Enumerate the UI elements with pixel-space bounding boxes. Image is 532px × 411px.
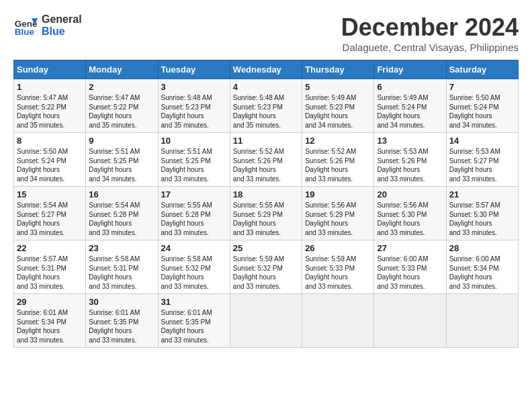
cell-content: Sunrise: 5:48 AM Sunset: 5:23 PM Dayligh… [233,93,299,130]
calendar-cell: 30 Sunrise: 6:01 AM Sunset: 5:35 PM Dayl… [86,294,158,348]
logo-icon: General Blue [13,13,38,38]
calendar-cell: 15 Sunrise: 5:54 AM Sunset: 5:27 PM Dayl… [14,187,86,240]
calendar-cell: 20 Sunrise: 5:56 AM Sunset: 5:30 PM Dayl… [374,187,446,240]
cell-content: Sunrise: 6:01 AM Sunset: 5:34 PM Dayligh… [17,308,83,345]
calendar-header: SundayMondayTuesdayWednesdayThursdayFrid… [14,60,519,79]
logo-blue: Blue [42,26,82,38]
cell-content: Sunrise: 5:49 AM Sunset: 5:24 PM Dayligh… [377,93,443,130]
day-number: 17 [161,189,227,199]
cell-content: Sunrise: 5:59 AM Sunset: 5:32 PM Dayligh… [233,255,299,291]
cell-content: Sunrise: 5:59 AM Sunset: 5:33 PM Dayligh… [305,255,371,291]
cell-content: Sunrise: 5:52 AM Sunset: 5:26 PM Dayligh… [233,147,299,183]
calendar-cell [446,294,518,348]
calendar-cell: 25 Sunrise: 5:59 AM Sunset: 5:32 PM Dayl… [230,240,302,294]
calendar-cell: 27 Sunrise: 6:00 AM Sunset: 5:33 PM Dayl… [374,240,446,294]
cell-content: Sunrise: 6:00 AM Sunset: 5:33 PM Dayligh… [377,255,443,291]
calendar-week-row: 29 Sunrise: 6:01 AM Sunset: 5:34 PM Dayl… [14,294,519,348]
day-number: 21 [449,189,515,199]
day-number: 24 [161,243,227,253]
cell-content: Sunrise: 5:50 AM Sunset: 5:24 PM Dayligh… [449,93,515,130]
calendar-cell: 13 Sunrise: 5:53 AM Sunset: 5:26 PM Dayl… [374,133,446,187]
cell-content: Sunrise: 5:48 AM Sunset: 5:23 PM Dayligh… [161,93,227,130]
weekday-header: Wednesday [230,60,302,79]
cell-content: Sunrise: 5:57 AM Sunset: 5:30 PM Dayligh… [449,201,515,237]
day-number: 10 [161,136,227,146]
day-number: 27 [377,243,443,253]
calendar-week-row: 1 Sunrise: 5:47 AM Sunset: 5:22 PM Dayli… [14,79,519,133]
day-number: 31 [161,297,227,307]
calendar-week-row: 8 Sunrise: 5:50 AM Sunset: 5:24 PM Dayli… [14,133,519,187]
cell-content: Sunrise: 6:01 AM Sunset: 5:35 PM Dayligh… [161,308,227,345]
calendar-cell: 19 Sunrise: 5:56 AM Sunset: 5:29 PM Dayl… [302,187,374,240]
day-number: 14 [449,136,515,146]
day-number: 29 [17,297,83,307]
weekday-header: Thursday [302,60,374,79]
calendar-body: 1 Sunrise: 5:47 AM Sunset: 5:22 PM Dayli… [14,79,519,348]
day-number: 22 [17,243,83,253]
calendar-cell: 6 Sunrise: 5:49 AM Sunset: 5:24 PM Dayli… [374,79,446,133]
calendar-week-row: 22 Sunrise: 5:57 AM Sunset: 5:31 PM Dayl… [14,240,519,294]
calendar-cell: 4 Sunrise: 5:48 AM Sunset: 5:23 PM Dayli… [230,79,302,133]
calendar-table: SundayMondayTuesdayWednesdayThursdayFrid… [13,60,519,348]
day-number: 9 [89,136,154,146]
day-number: 2 [89,82,154,92]
day-number: 4 [233,82,299,92]
day-number: 3 [161,82,227,92]
calendar-cell: 8 Sunrise: 5:50 AM Sunset: 5:24 PM Dayli… [14,133,86,187]
cell-content: Sunrise: 5:53 AM Sunset: 5:26 PM Dayligh… [377,147,443,183]
calendar-cell: 3 Sunrise: 5:48 AM Sunset: 5:23 PM Dayli… [158,79,230,133]
day-number: 23 [89,243,154,253]
cell-content: Sunrise: 5:52 AM Sunset: 5:26 PM Dayligh… [305,147,371,183]
cell-content: Sunrise: 6:01 AM Sunset: 5:35 PM Dayligh… [89,308,154,345]
day-number: 6 [377,82,443,92]
page-header: General Blue General Blue December 2024 … [13,13,519,53]
day-number: 11 [233,136,299,146]
calendar-cell: 9 Sunrise: 5:51 AM Sunset: 5:25 PM Dayli… [86,133,158,187]
calendar-cell: 21 Sunrise: 5:57 AM Sunset: 5:30 PM Dayl… [446,187,518,240]
calendar-week-row: 15 Sunrise: 5:54 AM Sunset: 5:27 PM Dayl… [14,187,519,240]
cell-content: Sunrise: 5:50 AM Sunset: 5:24 PM Dayligh… [17,147,83,183]
cell-content: Sunrise: 5:58 AM Sunset: 5:32 PM Dayligh… [161,255,227,291]
calendar-cell: 16 Sunrise: 5:54 AM Sunset: 5:28 PM Dayl… [86,187,158,240]
day-number: 18 [233,189,299,199]
logo: General Blue General Blue [13,13,82,38]
calendar-cell: 10 Sunrise: 5:51 AM Sunset: 5:25 PM Dayl… [158,133,230,187]
cell-content: Sunrise: 5:55 AM Sunset: 5:28 PM Dayligh… [161,201,227,237]
calendar-cell: 7 Sunrise: 5:50 AM Sunset: 5:24 PM Dayli… [446,79,518,133]
calendar-cell [302,294,374,348]
calendar-cell: 24 Sunrise: 5:58 AM Sunset: 5:32 PM Dayl… [158,240,230,294]
weekday-header: Friday [374,60,446,79]
calendar-cell: 31 Sunrise: 6:01 AM Sunset: 5:35 PM Dayl… [158,294,230,348]
cell-content: Sunrise: 5:51 AM Sunset: 5:25 PM Dayligh… [89,147,154,183]
location-subtitle: Dalaguete, Central Visayas, Philippines [341,42,519,53]
day-number: 25 [233,243,299,253]
cell-content: Sunrise: 5:49 AM Sunset: 5:23 PM Dayligh… [305,93,371,130]
cell-content: Sunrise: 5:56 AM Sunset: 5:30 PM Dayligh… [377,201,443,237]
cell-content: Sunrise: 5:57 AM Sunset: 5:31 PM Dayligh… [17,255,83,291]
day-number: 20 [377,189,443,199]
day-number: 13 [377,136,443,146]
calendar-cell: 28 Sunrise: 6:00 AM Sunset: 5:34 PM Dayl… [446,240,518,294]
calendar-cell: 1 Sunrise: 5:47 AM Sunset: 5:22 PM Dayli… [14,79,86,133]
weekday-header: Saturday [446,60,518,79]
day-number: 15 [17,189,83,199]
cell-content: Sunrise: 5:56 AM Sunset: 5:29 PM Dayligh… [305,201,371,237]
calendar-cell: 23 Sunrise: 5:58 AM Sunset: 5:31 PM Dayl… [86,240,158,294]
day-number: 12 [305,136,371,146]
cell-content: Sunrise: 5:47 AM Sunset: 5:22 PM Dayligh… [89,93,154,130]
calendar-cell: 2 Sunrise: 5:47 AM Sunset: 5:22 PM Dayli… [86,79,158,133]
calendar-cell [374,294,446,348]
title-block: December 2024 Dalaguete, Central Visayas… [341,13,519,53]
calendar-cell: 14 Sunrise: 5:53 AM Sunset: 5:27 PM Dayl… [446,133,518,187]
calendar-cell: 11 Sunrise: 5:52 AM Sunset: 5:26 PM Dayl… [230,133,302,187]
calendar-cell: 18 Sunrise: 5:55 AM Sunset: 5:29 PM Dayl… [230,187,302,240]
day-number: 1 [17,82,83,92]
cell-content: Sunrise: 5:51 AM Sunset: 5:25 PM Dayligh… [161,147,227,183]
day-number: 26 [305,243,371,253]
calendar-cell: 26 Sunrise: 5:59 AM Sunset: 5:33 PM Dayl… [302,240,374,294]
day-number: 7 [449,82,515,92]
calendar-cell: 5 Sunrise: 5:49 AM Sunset: 5:23 PM Dayli… [302,79,374,133]
weekday-header: Sunday [14,60,86,79]
svg-text:Blue: Blue [15,27,35,37]
cell-content: Sunrise: 5:58 AM Sunset: 5:31 PM Dayligh… [89,255,154,291]
